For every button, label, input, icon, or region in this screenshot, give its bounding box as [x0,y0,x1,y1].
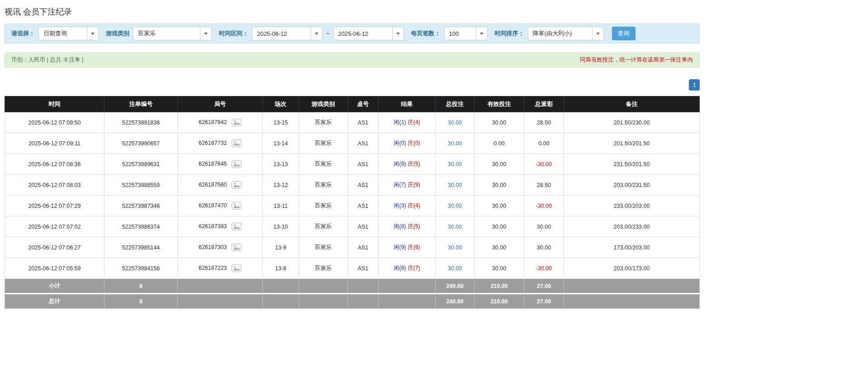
page-title: 视讯 会员下注纪录 [5,6,700,17]
total-bet-link[interactable]: 30.00 [448,182,462,188]
round-result-image-icon[interactable] [232,181,242,189]
total-empty-cell [379,294,436,309]
date-to-dropdown[interactable]: 2025-06-12 [333,27,404,40]
round-result-image-icon[interactable] [232,160,242,168]
subtotal-row: 小计 8 240.00 210.00 27.00 [5,279,700,294]
cell-bet-id: 522573985144 [104,237,178,258]
result-player: 闲(9) [394,161,406,167]
round-result-image-icon[interactable] [232,223,242,230]
cell-time: 2025-06-12 07:06:27 [5,237,104,258]
cell-session: 13-9 [263,237,299,258]
cell-total-bet: 30.00 [436,133,474,154]
subtotal-empty-cell [564,279,700,294]
cell-payout: 30.00 [524,237,564,258]
cell-time: 2025-06-12 07:05:59 [5,258,104,279]
sort-dropdown[interactable]: 降幂(由大到小) [528,27,604,40]
round-result-image-icon[interactable] [232,119,242,126]
table-row: 2025-06-12 07:06:27 522573985144 6261873… [5,237,700,258]
round-result-image-icon[interactable] [232,264,242,272]
cell-bet-id: 522573987346 [104,196,178,216]
chevron-down-icon [87,27,98,40]
result-player: 闲(1) [394,119,406,125]
chevron-down-icon [476,27,487,40]
total-empty-cell [263,294,299,309]
date-from-dropdown[interactable]: 2025-06-12 [252,27,323,40]
select-type-label: 请选择： [11,29,35,38]
cell-payout: 28.50 [524,112,564,133]
cell-game: 百家乐 [299,216,348,237]
cell-bet-id: 522573984156 [104,258,178,279]
total-bet-link[interactable]: 30.00 [448,120,462,126]
total-bet-link[interactable]: 30.00 [448,244,462,251]
chevron-down-icon [592,27,603,40]
cell-result: 闲(8) 庄(7) [379,258,436,279]
result-banker: 庄(9) [408,182,420,188]
cell-session: 13-11 [263,196,299,216]
cell-session: 13-10 [263,216,299,237]
header-remark: 备注 [564,96,700,112]
table-row: 2025-06-12 07:09:11 522573990657 6261877… [5,133,700,154]
cell-total-bet: 30.00 [436,216,474,237]
table-body: 2025-06-12 07:09:50 522573991836 6261878… [5,112,700,279]
total-empty-cell [178,294,263,309]
cell-session: 13-15 [263,112,299,133]
filter-group-game-type: 游戏类别 百家乐 [106,27,212,40]
cell-round-id: 626187560 [178,175,263,196]
cell-valid-bet: 30.00 [474,216,524,237]
table-row: 2025-06-12 07:08:36 522573989631 6261876… [5,154,700,175]
subtotal-empty-cell [178,279,263,294]
table-row: 2025-06-12 07:05:59 522573984156 6261872… [5,258,700,279]
cell-remark: 203.00/233.00 [564,216,700,237]
cell-table-no: AS1 [348,196,379,216]
filter-bar: 请选择： 日期查询 游戏类别 百家乐 时间区间： 2025-06-12 ~ 20… [5,24,700,43]
total-bet-link[interactable]: 30.00 [448,265,462,272]
total-label: 总计 [5,294,104,309]
page-size-dropdown[interactable]: 100 [444,27,488,40]
page-button-1[interactable]: 1 [689,79,700,91]
cell-game: 百家乐 [299,133,348,154]
cell-total-bet: 30.00 [436,154,474,175]
result-banker: 庄(4) [408,202,420,209]
cell-session: 13-13 [263,154,299,175]
cell-table-no: AS1 [348,216,379,237]
cell-result: 闲(9) 庄(6) [379,237,436,258]
page-size-value: 100 [445,30,464,37]
round-result-image-icon[interactable] [232,202,242,210]
total-bet-link[interactable]: 30.00 [448,203,462,209]
cell-time: 2025-06-12 07:09:11 [5,133,104,154]
cell-round-id: 626187732 [178,133,263,154]
cell-round-id: 626187645 [178,154,263,175]
table-row: 2025-06-12 07:08:03 522573988559 6261875… [5,175,700,196]
total-bet-link[interactable]: 30.00 [448,224,462,230]
header-game: 游戏类别 [299,96,348,112]
total-empty-cell [299,294,348,309]
cell-result: 闲(8) 庄(5) [379,216,436,237]
cell-game: 百家乐 [299,237,348,258]
cell-time: 2025-06-12 07:07:02 [5,216,104,237]
cell-game: 百家乐 [299,258,348,279]
cell-remark: 203.00/173.00 [564,258,700,279]
result-player: 闲(0) [394,140,406,146]
game-type-dropdown[interactable]: 百家乐 [133,27,212,40]
round-id-text: 626187842 [199,119,227,125]
cell-time: 2025-06-12 07:07:29 [5,196,104,216]
sort-label: 时间排序： [495,29,524,38]
total-bet-link[interactable]: 30.00 [448,140,462,147]
search-button[interactable]: 查询 [612,27,636,40]
game-type-label: 游戏类别 [106,29,129,38]
cell-table-no: AS1 [348,112,379,133]
round-result-image-icon[interactable] [232,244,242,251]
select-type-dropdown[interactable]: 日期查询 [38,27,99,40]
round-result-image-icon[interactable] [232,139,242,147]
total-bet-link[interactable]: 30.00 [448,161,462,168]
result-banker: 庄(6) [408,244,420,250]
cell-time: 2025-06-12 07:08:03 [5,175,104,196]
cell-remark: 201.50/230.00 [564,112,700,133]
cell-table-no: AS1 [348,237,379,258]
date-range-label: 时间区间： [219,29,248,38]
subtotal-empty-cell [348,279,379,294]
cell-table-no: AS1 [348,175,379,196]
cell-table-no: AS1 [348,258,379,279]
total-payout: 27.00 [524,294,564,309]
round-id-text: 626187645 [199,161,227,167]
